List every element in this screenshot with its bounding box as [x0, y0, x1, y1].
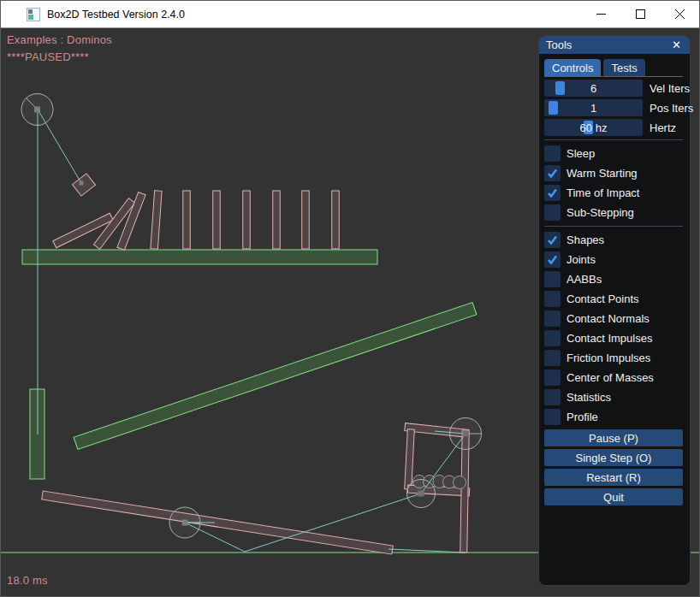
slider-row: 60 hz Hertz: [544, 119, 683, 136]
slider-label: Pos Iters: [650, 102, 693, 115]
joint-line: [38, 109, 81, 183]
draw-options-group: Shapes Joints AABBs Contact Points Conta…: [544, 230, 683, 427]
slider-label: Vel Iters: [650, 82, 690, 95]
checkbox[interactable]: [544, 409, 561, 425]
checkbox-label: Sub-Stepping: [567, 206, 634, 219]
checkbox-label: Shapes: [567, 233, 604, 246]
domino-tilting: [151, 191, 162, 249]
checkbox-label: Warm Starting: [567, 167, 638, 180]
sim-options-group: Sleep Warm Starting Time of Impact Sub-S…: [544, 144, 683, 222]
pos-iters-slider[interactable]: 1: [544, 99, 643, 116]
tab-bar: ControlsTests: [544, 57, 683, 77]
checkbox-row-joints[interactable]: Joints: [544, 250, 683, 269]
slider-row: 6 Vel Iters: [544, 80, 683, 97]
tab-controls[interactable]: Controls: [544, 59, 601, 76]
check-icon: [547, 234, 558, 245]
check-icon: [547, 168, 558, 179]
checkbox-row-sleep[interactable]: Sleep: [544, 144, 683, 163]
checkbox-row-statistics[interactable]: Statistics: [544, 387, 683, 407]
tools-panel-titlebar[interactable]: Tools ✕: [539, 36, 690, 54]
domino-standing: [332, 191, 340, 249]
checkbox[interactable]: [544, 232, 561, 248]
joint-anchor: [182, 520, 188, 526]
slider-row: 1 Pos Iters: [544, 99, 683, 116]
checkbox-row-contact-impulses[interactable]: Contact Impulses: [544, 328, 683, 348]
checkbox-label: Sleep: [567, 147, 595, 160]
checkbox[interactable]: [544, 165, 561, 181]
checkbox[interactable]: [544, 251, 561, 268]
separator: [544, 226, 683, 227]
checkbox-row-aabbs[interactable]: AABBs: [544, 269, 683, 289]
button-stack: Pause (P)Single Step (O)Restart (R)Quit: [544, 429, 683, 505]
quit-button[interactable]: Quit: [544, 488, 683, 505]
checkbox-label: Contact Impulses: [567, 332, 652, 345]
shelf-ball: [454, 476, 466, 489]
ground-plank: [42, 491, 394, 554]
slider-value: 1: [544, 99, 643, 116]
checkbox[interactable]: [544, 291, 561, 307]
tools-close-button[interactable]: ✕: [670, 38, 683, 51]
checkbox[interactable]: [544, 369, 561, 386]
checkbox[interactable]: [544, 185, 561, 201]
joint-anchor: [418, 491, 424, 497]
slider-value: 60 hz: [544, 119, 643, 136]
checkbox-label: Contact Normals: [567, 312, 650, 325]
checkbox-label: Profile: [567, 411, 598, 423]
checkbox-row-contact-normals[interactable]: Contact Normals: [544, 309, 683, 328]
hertz-slider[interactable]: 60 hz: [544, 119, 643, 136]
checkbox-label: Statistics: [567, 391, 611, 404]
slider-value: 6: [544, 80, 643, 97]
joint-anchor: [463, 431, 469, 437]
domino-standing: [183, 191, 191, 249]
checkbox[interactable]: [544, 145, 561, 162]
checkbox-row-profile[interactable]: Profile: [544, 407, 683, 427]
checkbox[interactable]: [544, 350, 561, 366]
checkbox-row-center-of-masses[interactable]: Center of Masses: [544, 368, 683, 387]
checkbox-row-shapes[interactable]: Shapes: [544, 230, 683, 250]
vel-iters-slider[interactable]: 6: [544, 80, 643, 97]
checkbox-row-warm-starting[interactable]: Warm Starting: [544, 163, 683, 183]
domino-standing: [302, 191, 310, 249]
checkbox[interactable]: [544, 204, 561, 221]
separator: [544, 139, 683, 140]
check-icon: [547, 187, 558, 198]
single-button[interactable]: Single Step (O): [544, 449, 683, 466]
joint-anchor: [34, 107, 40, 113]
checkbox-row-sub-stepping[interactable]: Sub-Stepping: [544, 203, 683, 222]
slider-label: Hertz: [650, 121, 676, 134]
checkbox-row-time-of-impact[interactable]: Time of Impact: [544, 183, 683, 203]
checkbox-label: Center of Masses: [567, 371, 654, 384]
tools-panel-title: Tools: [546, 38, 670, 51]
domino-standing: [273, 191, 281, 249]
checkbox-label: AABBs: [567, 273, 602, 286]
platform-static: [22, 250, 377, 264]
domino-standing: [243, 191, 251, 249]
checkbox-label: Joints: [567, 253, 596, 266]
checkbox[interactable]: [544, 389, 561, 405]
checkbox-row-friction-impulses[interactable]: Friction Impulses: [544, 348, 683, 368]
checkbox-row-contact-points[interactable]: Contact Points: [544, 289, 683, 309]
check-icon: [547, 254, 558, 265]
restart-button[interactable]: Restart (R): [544, 469, 683, 486]
frame-time-label: 18.0 ms: [7, 574, 48, 587]
tab-tests[interactable]: Tests: [603, 59, 644, 76]
joint-anchor: [80, 181, 84, 186]
paused-label: ****PAUSED****: [7, 50, 89, 63]
domino-standing: [213, 191, 221, 249]
slider-section: 6 Vel Iters 1 Pos Iters 60 hz Hertz: [544, 80, 683, 136]
checkbox[interactable]: [544, 310, 561, 327]
checkbox[interactable]: [544, 330, 561, 346]
pendulum-bob: [72, 174, 95, 196]
tools-panel: Tools ✕ ControlsTests 6 Vel Iters 1 Pos …: [538, 35, 691, 586]
joint-line: [389, 549, 466, 553]
checkbox-label: Contact Points: [567, 293, 639, 305]
checkbox[interactable]: [544, 271, 561, 287]
pause-button[interactable]: Pause (P): [544, 429, 683, 446]
example-label: Examples : Dominos: [7, 33, 112, 46]
checkbox-label: Friction Impulses: [567, 352, 650, 364]
checkbox-label: Time of Impact: [567, 186, 639, 199]
close-icon: ✕: [672, 39, 681, 50]
app-window: Box2D Testbed Version 2.4.0 Examples : D…: [0, 0, 700, 597]
